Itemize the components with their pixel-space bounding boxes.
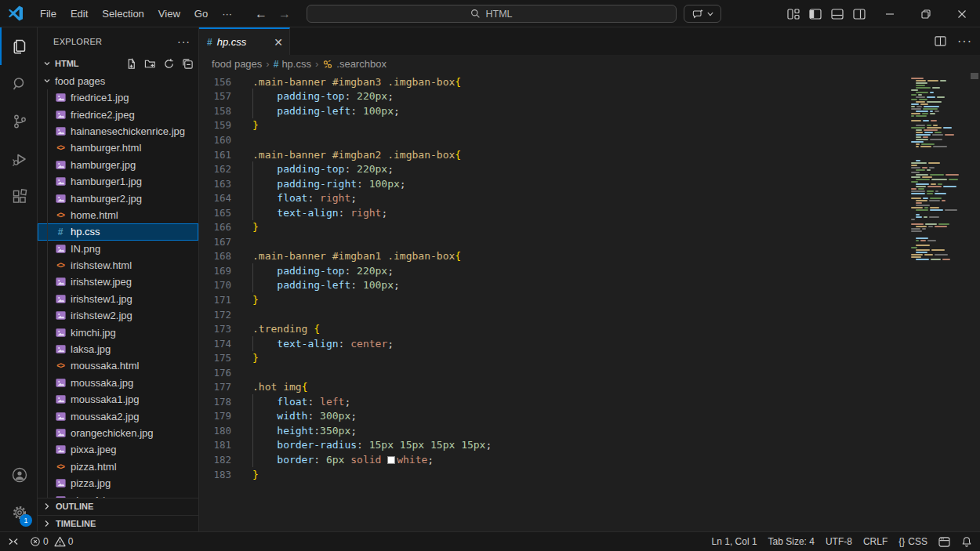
- workspace-section-header[interactable]: HTML: [38, 55, 198, 72]
- file-item[interactable]: <>hamburger.html: [38, 140, 198, 156]
- code-line[interactable]: 159}: [199, 118, 909, 133]
- code-line[interactable]: 161.main-banner #imgban2 .imgban-box{: [199, 147, 909, 162]
- file-item[interactable]: hamburger1.jpg: [38, 173, 198, 190]
- file-item[interactable]: hamburger2.jpg: [38, 190, 198, 206]
- code-line[interactable]: 174 text-align: center;: [199, 336, 909, 351]
- restore-icon[interactable]: [908, 0, 944, 27]
- tab-size[interactable]: Tab Size: 4: [768, 536, 815, 547]
- code-line[interactable]: 162 padding-top: 220px;: [199, 161, 909, 176]
- file-item[interactable]: hainanesechickenrice.jpg: [38, 123, 198, 140]
- new-file-icon[interactable]: [125, 58, 137, 70]
- file-item[interactable]: kimchi.jpg: [38, 324, 198, 340]
- file-item[interactable]: moussaka1.jpg: [38, 391, 198, 408]
- file-item[interactable]: friedrice2.jpeg: [38, 106, 198, 122]
- notifications-button[interactable]: [961, 536, 972, 547]
- remote-indicator[interactable]: [8, 537, 19, 546]
- minimap[interactable]: [911, 73, 969, 261]
- folder-item[interactable]: food pages: [38, 72, 198, 89]
- minimize-icon[interactable]: [872, 0, 908, 27]
- file-item[interactable]: IN.png: [38, 241, 198, 257]
- file-item[interactable]: irishstew1.jpg: [38, 291, 198, 307]
- menu-edit[interactable]: Edit: [64, 5, 95, 23]
- file-item[interactable]: #hp.css: [38, 223, 198, 240]
- code-line[interactable]: 173.trending {: [199, 321, 909, 336]
- breadcrumb-file[interactable]: # hp.css: [274, 58, 311, 70]
- menu-view[interactable]: View: [151, 5, 187, 23]
- customize-layout-icon[interactable]: [787, 9, 800, 20]
- file-item[interactable]: <>moussaka.html: [38, 357, 198, 374]
- code-line[interactable]: 165 text-align: right;: [199, 205, 909, 220]
- file-item[interactable]: pizza.jpg: [38, 475, 198, 491]
- split-editor-icon[interactable]: [935, 36, 946, 46]
- language-mode[interactable]: {} CSS: [898, 536, 927, 547]
- code-line[interactable]: 158 padding-left: 100px;: [199, 103, 909, 118]
- code-line[interactable]: 157 padding-top: 220px;: [199, 89, 909, 104]
- code-line[interactable]: 179 width: 300px;: [199, 409, 909, 424]
- code-line[interactable]: 172: [199, 307, 909, 322]
- code-line[interactable]: 176: [199, 365, 909, 380]
- tab-close-icon[interactable]: ✕: [274, 36, 283, 49]
- code-line[interactable]: 167: [199, 234, 909, 249]
- code-line[interactable]: 182 border: 6px solid white;: [199, 452, 909, 467]
- refresh-icon[interactable]: [163, 58, 175, 70]
- cursor-position[interactable]: Ln 1, Col 1: [712, 536, 757, 547]
- forward-arrow-icon[interactable]: →: [278, 7, 291, 21]
- file-item[interactable]: pizza1.jpg: [38, 491, 198, 498]
- code-line[interactable]: 166}: [199, 219, 909, 234]
- explorer-icon[interactable]: [0, 27, 37, 65]
- file-item[interactable]: pixxa.jpeg: [38, 441, 198, 458]
- code-line[interactable]: 160: [199, 132, 909, 147]
- timeline-panel-header[interactable]: TIMELINE: [38, 515, 198, 532]
- code-line[interactable]: 178 float: left;: [199, 394, 909, 409]
- file-item[interactable]: <>irishstew.html: [38, 257, 198, 274]
- code-line[interactable]: 164 float: right;: [199, 190, 909, 205]
- file-item[interactable]: <>home.html: [38, 207, 198, 223]
- editor-more-actions[interactable]: ···: [957, 34, 972, 49]
- close-icon[interactable]: [944, 0, 980, 27]
- tab-hp-css[interactable]: # hp.css ✕: [199, 27, 290, 55]
- file-item[interactable]: laksa.jpg: [38, 341, 198, 357]
- code-line[interactable]: 169 padding-top: 220px;: [199, 263, 909, 278]
- code-line[interactable]: 171}: [199, 292, 909, 307]
- collapse-all-icon[interactable]: [182, 58, 194, 70]
- file-item[interactable]: friedrice1.jpg: [38, 89, 198, 106]
- code-line[interactable]: 163 padding-right: 100px;: [199, 176, 909, 191]
- editor-scrollbar[interactable]: [971, 73, 978, 79]
- menu-selection[interactable]: Selection: [95, 5, 151, 23]
- file-item[interactable]: irishstew.jpeg: [38, 274, 198, 290]
- file-item[interactable]: moussaka2.jpg: [38, 408, 198, 424]
- breadcrumb-folder[interactable]: food pages: [212, 58, 262, 70]
- new-folder-icon[interactable]: [144, 58, 156, 70]
- eol-sequence[interactable]: CRLF: [863, 536, 887, 547]
- explorer-more-actions[interactable]: ···: [177, 35, 191, 48]
- file-item[interactable]: hamburger.jpg: [38, 157, 198, 173]
- copilot-button[interactable]: [684, 5, 721, 23]
- search-view-icon[interactable]: [0, 65, 37, 103]
- toggle-panel-icon[interactable]: [831, 9, 844, 20]
- code-editor[interactable]: 156.main-banner #imgban3 .imgban-box{157…: [199, 73, 980, 531]
- command-center-search[interactable]: HTML: [307, 5, 677, 23]
- toggle-primary-sidebar-icon[interactable]: [809, 9, 822, 20]
- extensions-icon[interactable]: [0, 178, 37, 216]
- toggle-secondary-sidebar-icon[interactable]: [853, 9, 866, 20]
- problems-indicator[interactable]: 0 0: [30, 536, 73, 547]
- browser-preview-button[interactable]: [938, 537, 950, 547]
- file-item[interactable]: orangechicken.jpg: [38, 425, 198, 441]
- code-line[interactable]: 168.main-banner #imgban1 .imgban-box{: [199, 249, 909, 264]
- code-line[interactable]: 170 padding-left: 100px;: [199, 278, 909, 293]
- accounts-icon[interactable]: [0, 456, 37, 494]
- menu-go[interactable]: Go: [187, 5, 215, 23]
- source-control-icon[interactable]: [0, 103, 37, 140]
- code-line[interactable]: 183}: [199, 467, 909, 482]
- encoding[interactable]: UTF-8: [826, 536, 852, 547]
- menu-file[interactable]: File: [33, 5, 64, 23]
- run-debug-icon[interactable]: [0, 140, 37, 178]
- code-line[interactable]: 180 height:350px;: [199, 423, 909, 438]
- back-arrow-icon[interactable]: ←: [255, 7, 267, 21]
- file-item[interactable]: irishstew2.jpg: [38, 307, 198, 324]
- outline-panel-header[interactable]: OUTLINE: [38, 498, 198, 515]
- file-item[interactable]: moussaka.jpg: [38, 375, 198, 391]
- code-line[interactable]: 156.main-banner #imgban3 .imgban-box{: [199, 74, 909, 89]
- code-line[interactable]: 175}: [199, 350, 909, 365]
- file-item[interactable]: <>pizza.html: [38, 459, 198, 475]
